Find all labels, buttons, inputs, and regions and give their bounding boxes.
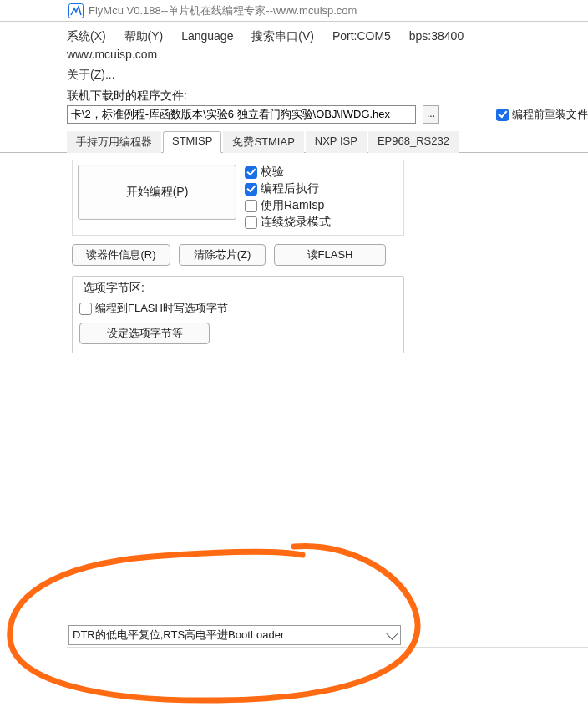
- action-button-row: 读器件信息(R) 清除芯片(Z) 读FLASH: [72, 244, 404, 266]
- write-optbytes-checkbox[interactable]: [79, 303, 92, 315]
- chevron-down-icon: [386, 628, 398, 640]
- tab-stmiap[interactable]: 免费STMIAP: [223, 131, 303, 153]
- start-program-button[interactable]: 开始编程(P): [78, 165, 236, 220]
- app-icon: [68, 3, 84, 18]
- menubar: 系统(X) 帮助(Y) Language 搜索串口(V) Port:COM5 b…: [0, 22, 588, 89]
- menu-site[interactable]: www.mcuisp.com: [67, 45, 157, 64]
- ramisp-checkbox[interactable]: [245, 200, 257, 212]
- read-info-button[interactable]: 读器件信息(R): [72, 244, 170, 266]
- menu-about[interactable]: 关于(Z)...: [67, 65, 115, 84]
- contburn-label: 连续烧录模式: [261, 215, 331, 230]
- menu-help[interactable]: 帮助(Y): [124, 27, 164, 45]
- tab-stmisp[interactable]: STMISP: [163, 131, 221, 153]
- bootmode-selected: DTR的低电平复位,RTS高电平进BootLoader: [73, 628, 284, 643]
- verify-label: 校验: [261, 165, 284, 180]
- file-label: 联机下载时的程序文件:: [0, 89, 588, 105]
- program-block: 开始编程(P) 校验 编程后执行 使用RamIsp 连续烧录模式: [72, 160, 404, 236]
- bootmode-combo[interactable]: DTR的低电平复位,RTS高电平进BootLoader: [68, 625, 401, 645]
- verify-checkbox[interactable]: [245, 166, 257, 179]
- set-option-bytes-button[interactable]: 设定选项字节等: [79, 323, 210, 344]
- file-path-input[interactable]: [67, 105, 416, 124]
- tab-bar: 手持万用编程器 STMISP 免费STMIAP NXP ISP EP968_RS…: [0, 130, 588, 153]
- program-options: 校验 编程后执行 使用RamIsp 连续烧录模式: [245, 165, 331, 230]
- status-bar: [67, 647, 588, 654]
- write-optbytes-label: 编程到FLASH时写选项字节: [95, 301, 228, 316]
- menu-system[interactable]: 系统(X): [67, 27, 106, 45]
- menu-baud[interactable]: bps:38400: [409, 27, 464, 45]
- option-bytes-group: 选项字节区: 编程到FLASH时写选项字节 设定选项字节等: [72, 276, 404, 353]
- runafter-checkbox[interactable]: [245, 183, 257, 196]
- hand-drawn-circle-annotation: [2, 540, 436, 707]
- ramisp-label: 使用RamIsp: [261, 198, 324, 213]
- runafter-label: 编程后执行: [261, 181, 319, 196]
- tab-ep968[interactable]: EP968_RS232: [368, 131, 459, 153]
- erase-chip-button[interactable]: 清除芯片(Z): [179, 244, 266, 266]
- file-row: ... 编程前重装文件: [0, 105, 588, 130]
- option-bytes-legend: 选项字节区:: [79, 281, 148, 296]
- browse-button[interactable]: ...: [423, 105, 439, 124]
- tab-handheld[interactable]: 手持万用编程器: [67, 131, 161, 153]
- menu-search[interactable]: 搜索串口(V): [251, 27, 314, 45]
- reload-label: 编程前重装文件: [512, 107, 588, 122]
- window-title: FlyMcu V0.188--单片机在线编程专家--www.mcuisp.com: [89, 3, 357, 18]
- bootmode-combo-wrap: DTR的低电平复位,RTS高电平进BootLoader: [68, 625, 401, 645]
- stmisp-panel: 开始编程(P) 校验 编程后执行 使用RamIsp 连续烧录模式 读器件信息(R…: [67, 153, 409, 360]
- menu-port[interactable]: Port:COM5: [332, 27, 391, 45]
- titlebar: FlyMcu V0.188--单片机在线编程专家--www.mcuisp.com: [0, 0, 588, 22]
- read-flash-button[interactable]: 读FLASH: [274, 244, 386, 266]
- tab-nxpisp[interactable]: NXP ISP: [306, 131, 367, 153]
- contburn-checkbox[interactable]: [245, 216, 257, 229]
- reload-checkbox[interactable]: [496, 109, 509, 121]
- menu-language[interactable]: Language: [181, 27, 233, 45]
